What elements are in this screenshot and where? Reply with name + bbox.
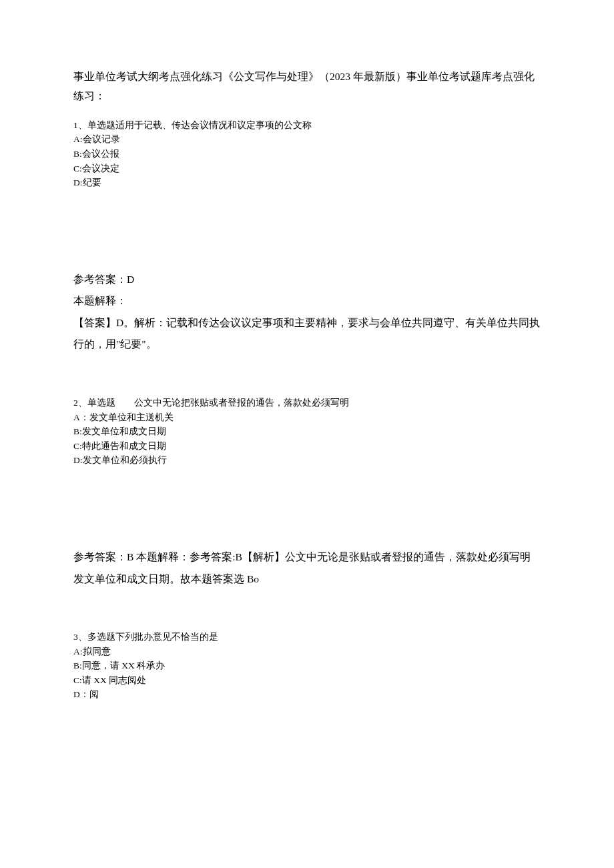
document-page: 事业单位考试大纲考点强化练习《公文写作与处理》（2023 年最新版）事业单位考试… bbox=[0, 0, 614, 747]
option-c: C:会议决定 bbox=[73, 161, 541, 176]
option-c: C:特此通告和成文日期 bbox=[73, 439, 541, 454]
option-c: C:请 XX 同志阅处 bbox=[73, 673, 541, 688]
document-intro: 事业单位考试大纲考点强化练习《公文写作与处理》（2023 年最新版）事业单位考试… bbox=[73, 67, 541, 106]
option-b: B:发文单位和成文日期 bbox=[73, 424, 541, 439]
spacer bbox=[73, 195, 541, 269]
answer-explain-body: 【答案】D。解析：记载和传达会议议定事项和主要精神，要求与会单位共同遵守、有关单… bbox=[73, 312, 541, 356]
spacer bbox=[73, 590, 541, 630]
option-a: A：发文单位和主送机关 bbox=[73, 410, 541, 425]
option-a: A:拟同意 bbox=[73, 644, 541, 659]
option-a: A:会议记录 bbox=[73, 132, 541, 147]
answer-explain-title: 本题解释： bbox=[73, 290, 541, 312]
option-d: D:纪要 bbox=[73, 175, 541, 190]
answer-combined: 参考答案：B 本题解释：参考答案:B【解析】公文中无论是张贴或者登报的通告，落款… bbox=[73, 546, 541, 590]
question-stem: 3、多选题下列批办意见不恰当的是 bbox=[73, 630, 541, 644]
answer-label: 参考答案：D bbox=[73, 269, 541, 291]
question-2: 2、单选题 公文中无论把张贴或者登报的通告，落款处必须写明 A：发文单位和主送机… bbox=[73, 396, 541, 468]
option-b: B:会议公报 bbox=[73, 147, 541, 161]
question-3: 3、多选题下列批办意见不恰当的是 A:拟同意 B:同意，请 XX 科承办 C:请… bbox=[73, 630, 541, 702]
option-b: B:同意，请 XX 科承办 bbox=[73, 659, 541, 673]
option-d: D:发文单位和必须执行 bbox=[73, 453, 541, 468]
spacer bbox=[73, 356, 541, 396]
question-stem: 1、单选题适用于记载、传达会议情况和议定事项的公文称 bbox=[73, 118, 541, 133]
question-stem: 2、单选题 公文中无论把张贴或者登报的通告，落款处必须写明 bbox=[73, 396, 541, 410]
option-d: D：阅 bbox=[73, 687, 541, 702]
question-1: 1、单选题适用于记载、传达会议情况和议定事项的公文称 A:会议记录 B:会议公报… bbox=[73, 118, 541, 190]
spacer bbox=[73, 473, 541, 546]
